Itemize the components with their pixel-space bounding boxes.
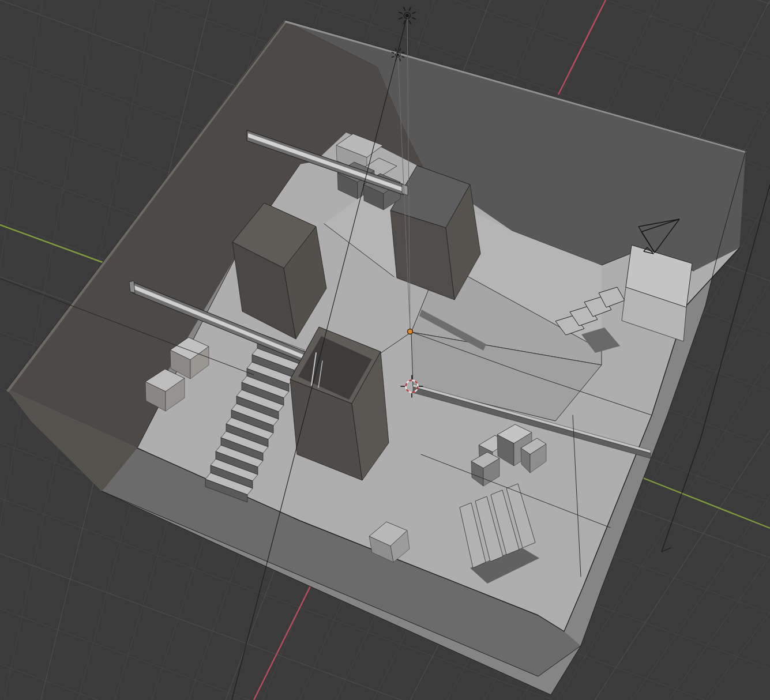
point-light-gizmo-1[interactable]: [405, 14, 409, 17]
object-origin-dot[interactable]: [408, 329, 413, 334]
blender-3d-viewport[interactable]: [0, 0, 770, 700]
beam-lower-endcap: [129, 281, 135, 293]
point-light-gizmo-2[interactable]: [397, 54, 399, 56]
beam-upper-endcap: [402, 184, 408, 195]
viewport-canvas[interactable]: [0, 0, 770, 700]
